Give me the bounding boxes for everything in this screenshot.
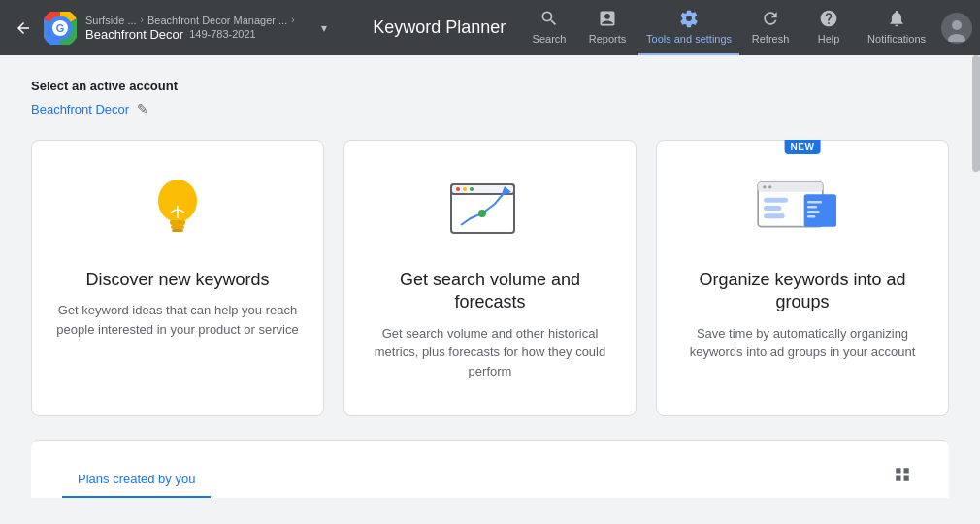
account-link[interactable]: Beachfront Decor [31, 102, 129, 116]
organize-keywords-title: Organize keywords into ad groups [680, 269, 925, 314]
organize-keywords-icon [754, 172, 851, 249]
breadcrumb-account-name[interactable]: Beachfront Decor [85, 27, 183, 42]
breadcrumb-chevron2: › [291, 15, 294, 25]
svg-rect-26 [807, 201, 822, 204]
search-icon [539, 9, 559, 31]
tools-icon [679, 9, 699, 31]
svg-rect-19 [758, 182, 823, 192]
svg-rect-29 [807, 215, 815, 218]
tools-nav-label: Tools and settings [646, 33, 732, 45]
cards-row: Discover new keywords Get keyword ideas … [31, 140, 949, 416]
page-title: Keyword Planner [361, 17, 518, 38]
scrollbar-track[interactable] [972, 55, 980, 524]
edit-icon[interactable]: ✎ [137, 101, 148, 116]
google-ads-logo: G [43, 11, 78, 46]
breadcrumb-account-id: 149-783-2021 [189, 28, 256, 40]
avatar[interactable] [941, 13, 972, 44]
discover-keywords-desc: Get keyword ideas that can help you reac… [55, 301, 300, 339]
reports-nav-button[interactable]: Reports [580, 0, 635, 55]
grid-icon[interactable] [887, 459, 918, 490]
top-navigation: G Surfside ... › Beachfront Decor Manage… [0, 0, 980, 55]
refresh-icon [761, 9, 780, 31]
discover-keywords-icon [129, 172, 226, 249]
tools-nav-button[interactable]: Tools and settings [638, 0, 739, 55]
search-volume-title: Get search volume and forecasts [368, 269, 612, 314]
search-nav-label: Search [533, 33, 567, 45]
new-badge: NEW [785, 140, 821, 154]
svg-rect-27 [807, 206, 817, 209]
breadcrumb-part1[interactable]: Surfside ... [85, 15, 137, 26]
svg-rect-23 [764, 206, 781, 211]
organize-keywords-desc: Save time by automatically organizing ke… [680, 324, 925, 362]
back-button[interactable] [8, 13, 39, 44]
svg-rect-28 [807, 211, 820, 213]
search-nav-button[interactable]: Search [522, 0, 576, 55]
refresh-nav-button[interactable]: Refresh [743, 0, 798, 55]
svg-rect-24 [764, 213, 785, 218]
svg-point-14 [463, 187, 467, 191]
reports-icon [598, 9, 617, 31]
search-volume-desc: Get search volume and other historical m… [368, 324, 612, 381]
breadcrumb-part2[interactable]: Beachfront Decor Manager ... [147, 15, 287, 26]
bottom-plans-section: Plans created by you [31, 440, 949, 498]
svg-rect-9 [172, 229, 183, 232]
account-link-row: Beachfront Decor ✎ [31, 101, 949, 116]
help-nav-label: Help [818, 33, 840, 45]
discover-keywords-card[interactable]: Discover new keywords Get keyword ideas … [31, 140, 324, 416]
breadcrumb: Surfside ... › Beachfront Decor Manager … [85, 15, 295, 42]
search-volume-card[interactable]: Get search volume and forecasts Get sear… [343, 140, 637, 416]
refresh-nav-label: Refresh [752, 33, 790, 45]
nav-actions: Search Reports Tools and settings Refres… [522, 0, 972, 55]
svg-text:G: G [56, 22, 65, 34]
reports-nav-label: Reports [589, 33, 627, 45]
svg-rect-7 [170, 220, 185, 225]
svg-point-21 [768, 185, 771, 188]
notifications-nav-button[interactable]: Notifications [860, 0, 933, 55]
svg-point-20 [763, 185, 766, 188]
svg-rect-22 [764, 198, 788, 203]
main-content: Select an active account Beachfront Deco… [0, 55, 980, 521]
search-volume-icon [441, 172, 539, 249]
breadcrumb-chevron1: › [141, 15, 144, 25]
help-nav-button[interactable]: Help [801, 0, 856, 55]
svg-point-17 [478, 210, 486, 217]
svg-point-15 [470, 187, 474, 191]
plans-tab[interactable]: Plans created by you [62, 460, 211, 498]
account-dropdown-button[interactable]: ▾ [310, 15, 338, 42]
bell-icon [887, 9, 906, 31]
organize-keywords-card[interactable]: NEW [656, 140, 949, 416]
scrollbar-thumb[interactable] [972, 55, 980, 172]
notifications-nav-label: Notifications [867, 33, 926, 45]
svg-point-13 [456, 187, 460, 191]
help-icon [819, 9, 838, 31]
select-account-heading: Select an active account [31, 79, 949, 93]
svg-point-4 [952, 20, 962, 30]
svg-rect-8 [171, 225, 184, 229]
discover-keywords-title: Discover new keywords [85, 269, 269, 291]
